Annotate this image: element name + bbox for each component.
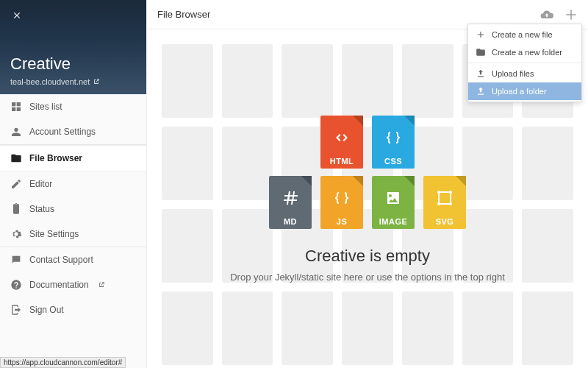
file-label: CSS [384, 157, 402, 166]
chat-icon [10, 254, 22, 266]
sidebar-item-sign-out[interactable]: Sign Out [0, 297, 146, 322]
sidebar-item-contact-support[interactable]: Contact Support [0, 247, 146, 272]
sidebar-nav: Sites list Account Settings File Browser… [0, 94, 146, 368]
sidebar-item-status[interactable]: Status [0, 197, 146, 222]
help-icon [10, 279, 22, 291]
file-row-1: HTML CSS [320, 116, 415, 169]
folder-icon [10, 152, 22, 164]
dropdown-create-folder[interactable]: Create a new folder [468, 43, 581, 61]
file-type-svg: SVG [423, 176, 466, 229]
status-bar-url: https://app.cloudcannon.com/editor# [0, 357, 126, 368]
dropdown-label: Upload a folder [492, 87, 547, 96]
external-link-icon [93, 78, 100, 85]
sidebar-item-sites-list[interactable]: Sites list [0, 94, 146, 119]
main: File Browser Create a new file Create a … [147, 0, 588, 368]
nav-label: Sites list [29, 102, 62, 112]
sidebar-item-site-settings[interactable]: Site Settings [0, 222, 146, 247]
file-type-md: MD [269, 176, 312, 229]
file-label: HTML [330, 157, 354, 166]
svg-point-1 [437, 191, 440, 194]
file-label: JS [337, 217, 347, 226]
file-type-js: JS [320, 176, 363, 229]
nav-label: Status [29, 204, 54, 214]
plus-icon [476, 29, 486, 40]
dropdown-label: Create a new folder [492, 48, 562, 57]
file-row-2: MD JS IMAGE SVG [269, 176, 466, 229]
exit-icon [10, 304, 22, 316]
cloud-upload-icon [539, 7, 554, 22]
file-type-html: HTML [320, 116, 363, 169]
upload-icon [476, 86, 486, 96]
nav-label: File Browser [29, 153, 82, 163]
sidebar-hero: Creative teal-bee.cloudvent.net [0, 0, 146, 94]
braces-icon [384, 129, 402, 146]
grid-icon [10, 101, 22, 113]
svg-rect-0 [439, 192, 451, 204]
site-url-link[interactable]: teal-bee.cloudvent.net [10, 77, 100, 86]
upload-icon [476, 68, 486, 79]
external-link-icon [98, 281, 105, 289]
cloud-upload-button[interactable] [539, 7, 554, 22]
image-icon [384, 189, 402, 207]
braces-icon [333, 189, 351, 207]
svg-point-3 [437, 202, 440, 205]
site-url: teal-bee.cloudvent.net [10, 77, 90, 86]
site-title: Creative [10, 54, 136, 74]
sidebar-item-account-settings[interactable]: Account Settings [0, 119, 146, 144]
nav-label: Sign Out [29, 305, 64, 315]
file-type-css: CSS [372, 116, 415, 169]
nav-label: Site Settings [29, 229, 79, 239]
hash-icon [282, 189, 299, 207]
dropdown-create-file[interactable]: Create a new file [468, 26, 581, 43]
nav-label: Account Settings [29, 127, 96, 137]
svg-point-2 [449, 191, 452, 194]
close-icon [12, 10, 22, 21]
nav-label: Documentation [29, 280, 89, 290]
empty-title: Creative is empty [305, 247, 430, 266]
empty-subtitle: Drop your Jekyll/static site here or use… [230, 272, 505, 283]
plus-icon [564, 8, 578, 21]
vector-icon [436, 189, 453, 207]
dropdown-label: Upload files [492, 69, 534, 78]
sidebar-item-file-browser[interactable]: File Browser [0, 145, 146, 171]
pencil-icon [10, 178, 22, 190]
nav-label: Editor [29, 179, 52, 189]
dropdown-label: Create a new file [492, 30, 553, 39]
add-button[interactable] [564, 8, 578, 21]
folder-plus-icon [476, 47, 486, 57]
nav-label: Contact Support [29, 255, 93, 265]
dropdown-upload-folder[interactable]: Upload a folder [468, 82, 581, 100]
file-label: IMAGE [379, 217, 408, 226]
code-icon [333, 129, 351, 146]
sidebar: Creative teal-bee.cloudvent.net Sites li… [0, 0, 147, 368]
add-dropdown: Create a new file Create a new folder Up… [467, 24, 582, 102]
page-title: File Browser [157, 9, 210, 20]
dropdown-upload-files[interactable]: Upload files [468, 65, 581, 82]
account-icon [10, 126, 22, 138]
file-label: MD [284, 217, 297, 226]
file-label: SVG [436, 217, 454, 226]
close-button[interactable] [10, 9, 24, 22]
file-type-image: IMAGE [372, 176, 415, 229]
sidebar-item-editor[interactable]: Editor [0, 171, 146, 197]
svg-point-4 [449, 202, 452, 205]
gear-icon [10, 228, 22, 240]
clipboard-icon [10, 203, 22, 215]
sidebar-item-documentation[interactable]: Documentation [0, 272, 146, 297]
